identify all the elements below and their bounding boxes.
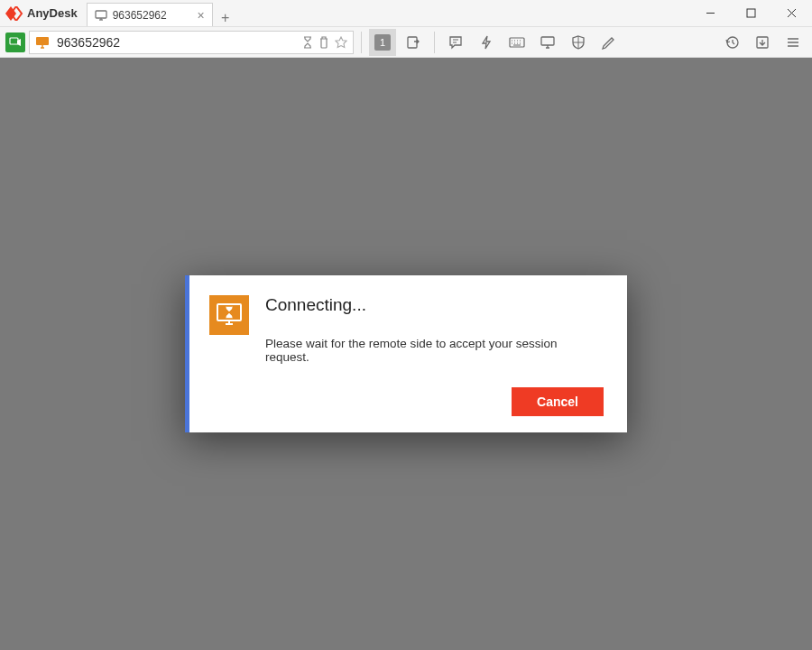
tab-close-icon[interactable]: × xyxy=(197,9,204,22)
hourglass-icon[interactable] xyxy=(302,36,313,49)
history-button[interactable] xyxy=(718,29,745,56)
address-value: 963652962 xyxy=(57,35,295,50)
monitor-icon xyxy=(95,10,107,21)
permissions-button[interactable] xyxy=(565,29,592,56)
cancel-button[interactable]: Cancel xyxy=(512,387,604,416)
svg-rect-6 xyxy=(541,37,554,45)
address-right-icons xyxy=(302,36,347,49)
hourglass-monitor-icon xyxy=(209,295,249,335)
address-bar[interactable]: 963652962 xyxy=(29,31,354,54)
svg-rect-0 xyxy=(96,11,106,18)
app-name: AnyDesk xyxy=(27,6,78,20)
whiteboard-button[interactable] xyxy=(595,29,623,56)
display-button[interactable] xyxy=(534,29,561,56)
tab-label: 963652962 xyxy=(113,9,167,22)
new-tab-button[interactable]: + xyxy=(213,10,238,26)
tab-session[interactable]: 963652962 × xyxy=(87,3,213,26)
toolbar-separator xyxy=(361,32,362,53)
dialog-title: Connecting... xyxy=(265,295,604,315)
download-button[interactable] xyxy=(749,29,776,56)
svg-rect-9 xyxy=(217,304,241,320)
svg-rect-2 xyxy=(10,38,18,44)
toolbar-separator xyxy=(434,32,435,53)
favorite-icon[interactable] xyxy=(335,36,347,49)
app-brand: AnyDesk xyxy=(0,0,87,26)
window-controls xyxy=(690,0,812,26)
keyboard-button[interactable] xyxy=(503,29,531,56)
monitor-number-badge: 1 xyxy=(374,34,391,51)
content-area: Connecting... Please wait for the remote… xyxy=(0,58,812,650)
maximize-button[interactable] xyxy=(731,0,771,26)
tab-strip: 963652962 × + xyxy=(87,0,238,26)
chat-button[interactable] xyxy=(442,29,469,56)
svg-rect-1 xyxy=(747,9,755,17)
menu-button[interactable] xyxy=(780,29,807,56)
remove-icon[interactable] xyxy=(318,36,329,49)
dialog-actions: Cancel xyxy=(265,387,604,416)
minimize-button[interactable] xyxy=(690,0,731,26)
dialog-message: Please wait for the remote side to accep… xyxy=(265,337,604,364)
monitor-icon xyxy=(35,36,50,49)
connecting-dialog: Connecting... Please wait for the remote… xyxy=(185,275,627,432)
connection-status-badge[interactable] xyxy=(5,32,25,52)
monitor-select-button[interactable]: 1 xyxy=(369,29,396,56)
svg-rect-4 xyxy=(408,37,417,48)
toolbar: 963652962 1 xyxy=(0,27,812,58)
close-button[interactable] xyxy=(771,0,812,26)
dialog-body: Connecting... Please wait for the remote… xyxy=(265,295,604,416)
switch-sides-button[interactable] xyxy=(400,29,427,56)
titlebar: AnyDesk 963652962 × + xyxy=(0,0,812,27)
svg-rect-3 xyxy=(36,37,49,45)
anydesk-logo-icon xyxy=(5,6,23,21)
actions-button[interactable] xyxy=(473,29,500,56)
